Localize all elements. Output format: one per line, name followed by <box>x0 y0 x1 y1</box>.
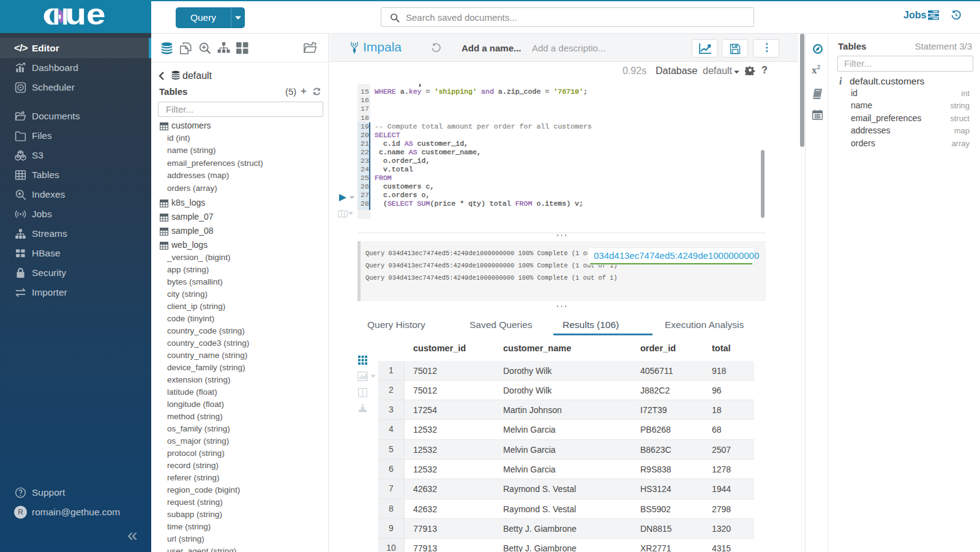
svg-text:ue: ue <box>65 0 106 31</box>
